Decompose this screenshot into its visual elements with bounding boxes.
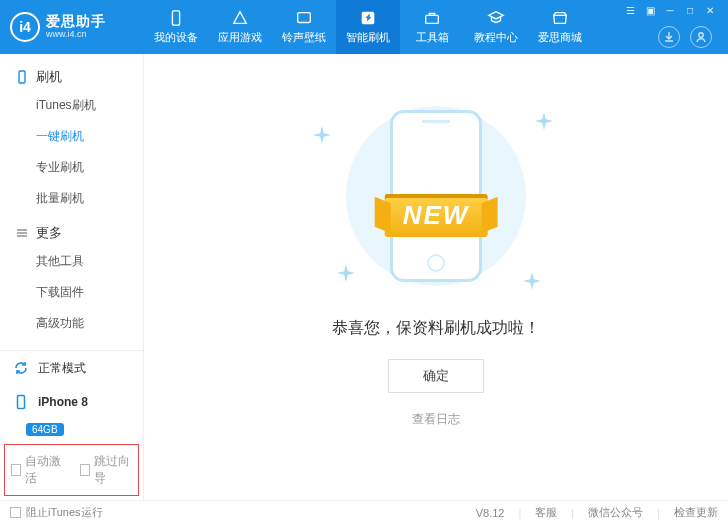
sidebar-group-title: 更多 (36, 224, 62, 242)
more-group-icon (14, 226, 30, 240)
sidebar-item-oneclick-flash[interactable]: 一键刷机 (36, 121, 129, 152)
user-button[interactable] (690, 26, 712, 48)
auto-activate-label: 自动激活 (25, 453, 63, 487)
device-mode-label: 正常模式 (38, 360, 86, 377)
flash-icon (358, 9, 378, 27)
nav-apps-games[interactable]: 应用游戏 (208, 0, 272, 54)
device-storage-badge: 64GB (26, 423, 64, 436)
top-nav: 我的设备 应用游戏 铃声壁纸 智能刷机 工具箱 教程中心 爱思商城 (144, 0, 592, 54)
maximize-icon[interactable]: □ (684, 4, 696, 16)
device-name: iPhone 8 (38, 395, 88, 409)
skin-icon[interactable]: ▣ (644, 4, 656, 16)
nav-store[interactable]: 爱思商城 (528, 0, 592, 54)
svg-rect-0 (172, 11, 179, 25)
brand-title: 爱思助手 (46, 14, 106, 29)
device-mode[interactable]: 正常模式 (0, 351, 143, 385)
svg-point-4 (699, 33, 703, 37)
nav-tutorials[interactable]: 教程中心 (464, 0, 528, 54)
sidebar-group-title: 刷机 (36, 68, 62, 86)
close-icon[interactable]: ✕ (704, 4, 716, 16)
media-icon (294, 9, 314, 27)
sidebar-group-flash[interactable]: 刷机 (14, 64, 129, 90)
status-bar: 阻止iTunes运行 V8.12 | 客服 | 微信公众号 | 检查更新 (0, 500, 728, 524)
sidebar-item-other-tools[interactable]: 其他工具 (36, 246, 129, 277)
version-label: V8.12 (476, 507, 505, 519)
window-controls: ☰ ▣ ─ □ ✕ (624, 4, 720, 16)
new-ribbon: NEW (385, 194, 488, 237)
svg-rect-5 (19, 71, 25, 83)
sidebar-group-more[interactable]: 更多 (14, 220, 129, 246)
brand-subtitle: www.i4.cn (46, 30, 106, 40)
toolbox-icon (422, 9, 442, 27)
block-itunes-label: 阻止iTunes运行 (26, 505, 103, 520)
title-bar: i4 爱思助手 www.i4.cn 我的设备 应用游戏 铃声壁纸 智能刷机 工具… (0, 0, 728, 54)
svg-rect-9 (18, 396, 25, 409)
skip-guide-checkbox[interactable]: 跳过向导 (80, 453, 133, 487)
brand-logo-icon: i4 (10, 12, 40, 42)
nav-label: 教程中心 (474, 30, 518, 45)
skip-guide-label: 跳过向导 (94, 453, 132, 487)
check-update-link[interactable]: 检查更新 (674, 505, 718, 520)
support-link[interactable]: 客服 (535, 505, 557, 520)
nav-label: 工具箱 (416, 30, 449, 45)
nav-label: 智能刷机 (346, 30, 390, 45)
success-illustration: NEW (311, 102, 561, 292)
apps-icon (230, 9, 250, 27)
tutorial-icon (486, 9, 506, 27)
sidebar-item-download-firmware[interactable]: 下载固件 (36, 277, 129, 308)
sidebar-item-batch-flash[interactable]: 批量刷机 (36, 183, 129, 214)
menu-icon[interactable]: ☰ (624, 4, 636, 16)
confirm-button[interactable]: 确定 (388, 359, 484, 393)
sidebar-item-itunes-flash[interactable]: iTunes刷机 (36, 90, 129, 121)
svg-rect-1 (298, 13, 311, 23)
auto-activate-checkbox[interactable]: 自动激活 (11, 453, 64, 487)
nav-my-device[interactable]: 我的设备 (144, 0, 208, 54)
nav-label: 铃声壁纸 (282, 30, 326, 45)
sidebar: 刷机 iTunes刷机 一键刷机 专业刷机 批量刷机 更多 其他工具 下载固件 … (0, 54, 144, 500)
nav-toolbox[interactable]: 工具箱 (400, 0, 464, 54)
download-button[interactable] (658, 26, 680, 48)
block-itunes-checkbox[interactable]: 阻止iTunes运行 (10, 505, 103, 520)
sidebar-item-advanced[interactable]: 高级功能 (36, 308, 129, 339)
svg-rect-3 (426, 15, 439, 23)
sidebar-item-pro-flash[interactable]: 专业刷机 (36, 152, 129, 183)
nav-label: 应用游戏 (218, 30, 262, 45)
device-icon (166, 9, 186, 27)
connected-device[interactable]: iPhone 8 (0, 385, 143, 419)
nav-smart-flash[interactable]: 智能刷机 (336, 0, 400, 54)
view-log-link[interactable]: 查看日志 (412, 411, 460, 428)
minimize-icon[interactable]: ─ (664, 4, 676, 16)
refresh-icon (12, 359, 30, 377)
nav-label: 爱思商城 (538, 30, 582, 45)
main-content: NEW 恭喜您，保资料刷机成功啦！ 确定 查看日志 (144, 54, 728, 500)
flash-group-icon (14, 70, 30, 84)
nav-ringtones[interactable]: 铃声壁纸 (272, 0, 336, 54)
store-icon (550, 9, 570, 27)
post-flash-options: 自动激活 跳过向导 (4, 444, 139, 496)
wechat-link[interactable]: 微信公众号 (588, 505, 643, 520)
brand: i4 爱思助手 www.i4.cn (0, 12, 144, 42)
phone-icon (12, 393, 30, 411)
nav-label: 我的设备 (154, 30, 198, 45)
success-message: 恭喜您，保资料刷机成功啦！ (332, 318, 540, 339)
